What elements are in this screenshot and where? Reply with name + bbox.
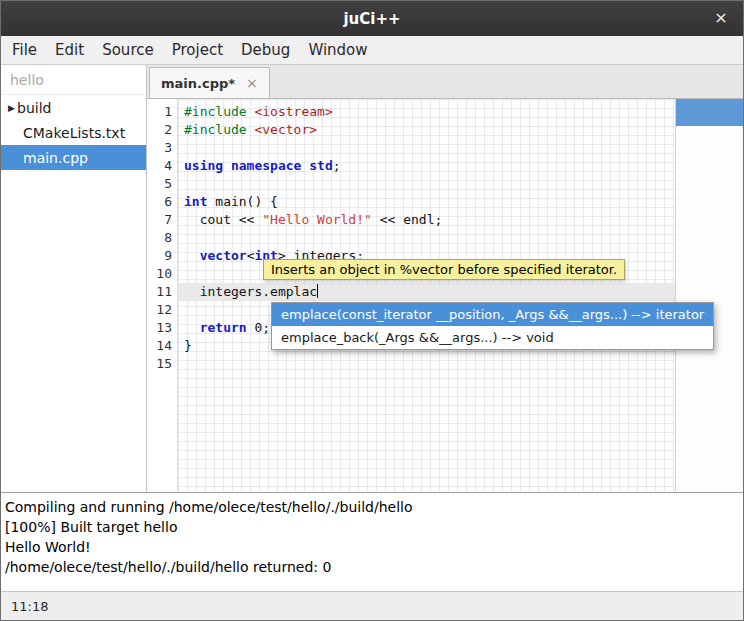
line-number: 3: [147, 139, 177, 157]
terminal-output-panel: Compiling and running /home/olece/test/h…: [1, 492, 743, 591]
source-minimap[interactable]: [675, 99, 743, 492]
line-number: 5: [147, 175, 177, 193]
output-line: Compiling and running /home/olece/test/h…: [5, 497, 743, 517]
line-number: 1: [147, 103, 177, 121]
code-line-2[interactable]: #include <vector>: [178, 121, 675, 139]
cursor-position: 11:18: [11, 599, 48, 614]
tree-item-label: build: [17, 100, 51, 116]
tree-item-label: CMakeLists.txt: [23, 125, 125, 141]
output-line: [100%] Built target hello: [5, 517, 743, 537]
tree-item-build[interactable]: ▶build: [1, 95, 146, 120]
line-number: 12: [147, 301, 177, 319]
tree-item-main-cpp[interactable]: main.cpp: [1, 145, 146, 170]
menu-file[interactable]: File: [3, 37, 46, 63]
menu-bar: FileEditSourceProjectDebugWindow: [1, 36, 743, 65]
code-line-3[interactable]: [178, 139, 675, 157]
output-line: Hello World!: [5, 537, 743, 557]
line-number: 9: [147, 247, 177, 265]
line-number: 11: [147, 283, 177, 301]
code-line-5[interactable]: [178, 175, 675, 193]
project-name: hello: [1, 65, 146, 95]
completion-item-1[interactable]: emplace_back(_Args &&__args...) --> void: [272, 326, 713, 349]
line-number: 2: [147, 121, 177, 139]
tab-main-cpp[interactable]: main.cpp* ×: [149, 67, 270, 98]
completion-item-0[interactable]: emplace(const_iterator __position, _Args…: [272, 303, 713, 326]
code-line-6[interactable]: int main() {: [178, 193, 675, 211]
line-number: 8: [147, 229, 177, 247]
code-line-7[interactable]: cout << "Hello World!" << endl;: [178, 211, 675, 229]
editor-pane: main.cpp* × 123456789101112131415 #inclu…: [147, 65, 743, 492]
line-number: 7: [147, 211, 177, 229]
line-number: 6: [147, 193, 177, 211]
menu-window[interactable]: Window: [299, 37, 376, 63]
code-line-1[interactable]: #include <iostream>: [178, 103, 675, 121]
source-editor: 123456789101112131415 #include <iostream…: [147, 99, 743, 492]
menu-project[interactable]: Project: [163, 37, 232, 63]
line-number: 4: [147, 157, 177, 175]
output-line: /home/olece/test/hello/./build/hello ret…: [5, 557, 743, 577]
line-number-gutter: 123456789101112131415: [147, 99, 178, 492]
window-title: juCi++: [343, 10, 400, 28]
code-line-8[interactable]: [178, 229, 675, 247]
line-number: 13: [147, 319, 177, 337]
app-window: juCi++ × FileEditSourceProjectDebugWindo…: [0, 0, 744, 621]
title-bar[interactable]: juCi++ ×: [1, 1, 743, 36]
status-bar: 11:18: [1, 591, 743, 620]
menu-edit[interactable]: Edit: [46, 37, 93, 63]
autocomplete-popup: emplace(const_iterator __position, _Args…: [271, 302, 714, 350]
code-line-11[interactable]: integers.emplac: [178, 283, 675, 301]
file-tree: ▶buildCMakeLists.txtmain.cpp: [1, 95, 146, 170]
expander-icon[interactable]: ▶: [1, 103, 17, 113]
close-window-icon[interactable]: ×: [711, 8, 731, 28]
minimap-slider[interactable]: [676, 99, 743, 126]
main-area: hello ▶buildCMakeLists.txtmain.cpp main.…: [1, 65, 743, 492]
menu-source[interactable]: Source: [93, 37, 163, 63]
code-line-15[interactable]: [178, 355, 675, 373]
tree-item-cmakelists-txt[interactable]: CMakeLists.txt: [1, 120, 146, 145]
line-number: 14: [147, 337, 177, 355]
text-cursor: [317, 284, 318, 298]
code-area[interactable]: #include <iostream>#include <vector>usin…: [178, 99, 675, 492]
tab-label: main.cpp*: [161, 76, 235, 91]
tab-bar: main.cpp* ×: [147, 65, 743, 99]
file-browser-sidebar: hello ▶buildCMakeLists.txtmain.cpp: [1, 65, 147, 492]
code-line-4[interactable]: using namespace std;: [178, 157, 675, 175]
doc-tooltip: Inserts an object in %vector before spec…: [263, 259, 625, 280]
line-number: 10: [147, 265, 177, 283]
tab-close-icon[interactable]: ×: [246, 75, 258, 91]
tree-item-label: main.cpp: [23, 150, 88, 166]
menu-debug[interactable]: Debug: [232, 37, 299, 63]
line-number: 15: [147, 355, 177, 373]
